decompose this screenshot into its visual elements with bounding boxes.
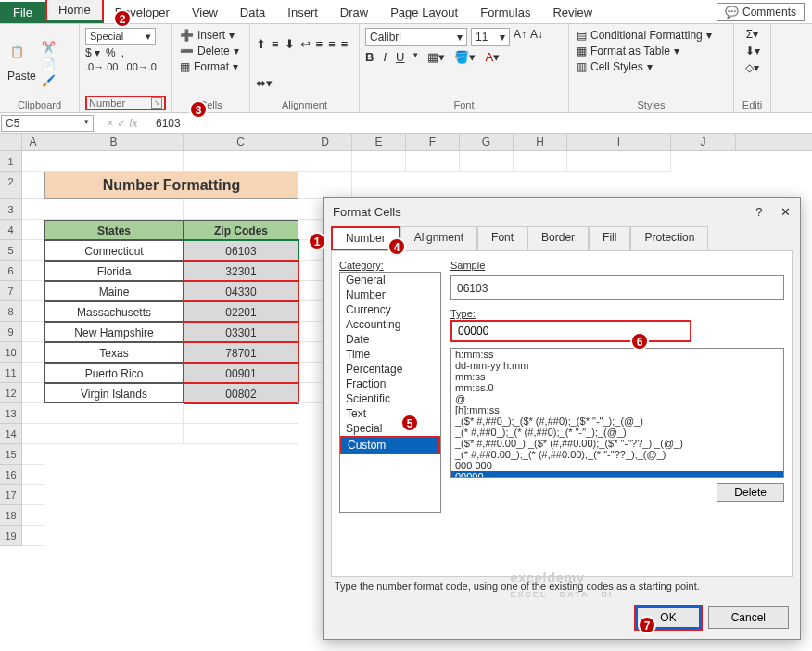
font-size-dropdown[interactable]: 11▾ [471, 28, 510, 46]
align-center-icon[interactable]: ≡ [328, 37, 336, 51]
format-item[interactable]: mm:ss.0 [451, 382, 783, 393]
paste-button[interactable]: 📋 Paste [6, 44, 38, 84]
category-item[interactable]: Percentage [340, 362, 440, 377]
format-item[interactable]: _($* #,##0_);_($* (#,##0);_($* "-"_);_(@… [451, 415, 783, 427]
name-box[interactable]: C5▾ [1, 115, 94, 132]
font-name-dropdown[interactable]: Calibri▾ [365, 28, 467, 46]
cell-state[interactable]: Maine [44, 281, 184, 301]
cell-zip[interactable]: 06103 [184, 240, 298, 261]
align-middle-icon[interactable]: ≡ [272, 37, 279, 51]
row-header[interactable]: 12 [0, 383, 22, 403]
bold-button[interactable]: B [365, 50, 374, 64]
data-tab[interactable]: Data [229, 2, 276, 23]
row-header[interactable]: 15 [0, 444, 22, 465]
format-item[interactable]: dd-mm-yy h:mm [451, 360, 783, 371]
align-left-icon[interactable]: ≡ [316, 37, 324, 51]
category-item-custom[interactable]: Custom [340, 436, 440, 454]
cell-state[interactable]: Connecticut [44, 240, 184, 261]
cell-zip[interactable]: 00802 [184, 383, 298, 403]
cell-state[interactable]: Florida [44, 261, 184, 281]
cell-state[interactable]: Texas [44, 342, 184, 363]
clear-icon[interactable]: ◇▾ [745, 61, 759, 74]
category-item[interactable]: Special [340, 421, 440, 436]
col-header[interactable]: J [671, 134, 736, 150]
format-item[interactable]: 000 000 [451, 460, 783, 471]
insert-cells-button[interactable]: ➕Insert ▾ [178, 28, 244, 43]
align-top-icon[interactable]: ⬆ [256, 37, 266, 51]
col-header[interactable]: C [184, 134, 298, 150]
format-item[interactable]: h:mm:ss [451, 349, 783, 360]
cell-zip[interactable]: 32301 [184, 261, 298, 281]
underline-button[interactable]: U [396, 50, 404, 64]
cell-zip[interactable]: 00901 [184, 363, 298, 383]
cell-zip[interactable]: 03301 [184, 322, 298, 342]
col-header[interactable]: E [352, 134, 406, 150]
cell-styles-button[interactable]: ▥Cell Styles ▾ [575, 59, 728, 74]
row-header[interactable]: 19 [0, 526, 22, 546]
col-header[interactable]: B [44, 134, 184, 150]
align-bottom-icon[interactable]: ⬇ [285, 37, 295, 51]
col-header[interactable]: I [567, 134, 671, 150]
cell-state[interactable]: Virgin Islands [44, 383, 184, 403]
row-header[interactable]: 9 [0, 322, 22, 342]
draw-tab[interactable]: Draw [329, 2, 379, 23]
dialog-tab-fill[interactable]: Fill [589, 226, 630, 250]
row-header[interactable]: 13 [0, 403, 22, 424]
home-tab[interactable]: Home [45, 0, 104, 23]
percent-icon[interactable]: % [106, 46, 116, 59]
border-button[interactable]: ▦▾ [427, 50, 445, 64]
dialog-tab-font[interactable]: Font [477, 226, 527, 250]
insert-tab[interactable]: Insert [276, 2, 329, 23]
col-header[interactable]: F [406, 134, 460, 150]
formulas-tab[interactable]: Formulas [469, 2, 541, 23]
view-tab[interactable]: View [181, 2, 229, 23]
category-item[interactable]: Text [340, 406, 440, 421]
format-painter-icon[interactable]: 🖌️ [42, 74, 56, 87]
col-header[interactable]: D [298, 134, 352, 150]
category-list[interactable]: General Number Currency Accounting Date … [339, 272, 441, 513]
currency-icon[interactable]: $ ▾ [85, 46, 100, 59]
comments-button[interactable]: 💬 Comments [717, 3, 805, 21]
row-header[interactable]: 5 [0, 240, 22, 261]
col-header[interactable]: A [22, 134, 44, 150]
row-header[interactable]: 11 [0, 363, 22, 383]
close-icon[interactable]: ✕ [780, 205, 791, 219]
conditional-formatting-button[interactable]: ▤Conditional Formatting ▾ [575, 28, 728, 43]
category-item[interactable]: Currency [340, 302, 440, 317]
format-item[interactable]: @ [451, 393, 783, 404]
format-item[interactable]: _(* #,##0.00_);_(* (#,##0.00);_(* "-"??_… [451, 449, 783, 460]
row-header[interactable]: 14 [0, 424, 22, 444]
page-layout-tab[interactable]: Page Layout [379, 2, 469, 23]
cut-icon[interactable]: ✂️ [42, 41, 56, 54]
cell-state[interactable]: Massachusetts [44, 301, 184, 322]
wrap-text-icon[interactable]: ↩ [300, 37, 311, 51]
row-header[interactable]: 6 [0, 261, 22, 281]
cancel-button[interactable]: Cancel [708, 606, 789, 629]
category-item[interactable]: Date [340, 332, 440, 347]
formula-bar[interactable]: 6103 [150, 116, 812, 131]
row-header[interactable]: 17 [0, 485, 22, 505]
number-format-dropdown[interactable]: Special▾ [85, 28, 156, 45]
format-cells-button[interactable]: ▦Format ▾ [178, 59, 244, 74]
format-item[interactable]: [h]:mm:ss [451, 404, 783, 415]
format-item[interactable]: _(* #,##0_);_(* (#,##0);_(* "-"_);_(@_) [451, 427, 783, 438]
type-input[interactable] [450, 320, 691, 342]
fill-icon[interactable]: ⬇▾ [745, 45, 760, 57]
col-header[interactable]: H [514, 134, 567, 150]
row-header[interactable]: 2 [0, 172, 22, 199]
delete-format-button[interactable]: Delete [717, 483, 784, 502]
category-item[interactable]: Accounting [340, 317, 440, 332]
help-icon[interactable]: ? [755, 205, 762, 219]
category-item[interactable]: Number [340, 287, 440, 302]
decrease-font-icon[interactable]: A↓ [530, 28, 543, 46]
row-header[interactable]: 10 [0, 342, 22, 363]
row-header[interactable]: 7 [0, 281, 22, 301]
cell-state[interactable]: New Hampshire [44, 322, 184, 342]
fill-color-button[interactable]: 🪣▾ [454, 50, 476, 64]
decrease-decimal-icon[interactable]: .00→.0 [123, 61, 156, 72]
comma-icon[interactable]: , [121, 46, 124, 59]
row-header[interactable]: 8 [0, 301, 22, 322]
category-item[interactable]: Fraction [340, 377, 440, 391]
row-header[interactable]: 18 [0, 505, 22, 526]
format-as-table-button[interactable]: ▦Format as Table ▾ [575, 44, 728, 58]
